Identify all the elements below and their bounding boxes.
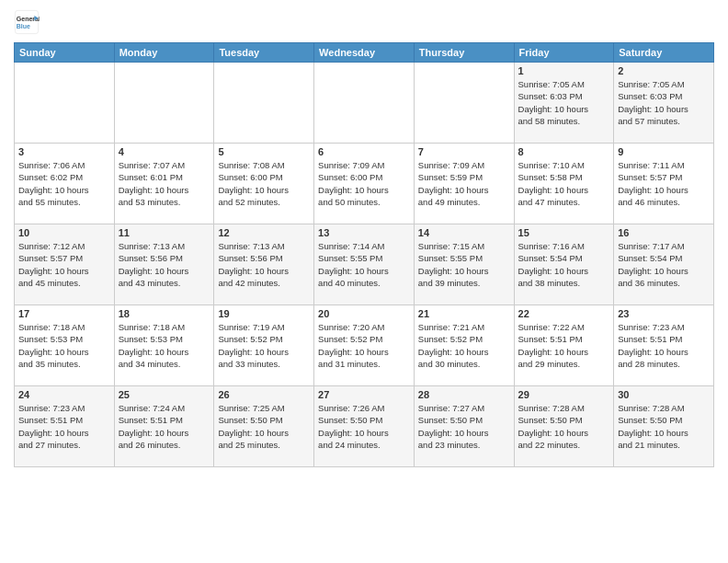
- day-number: 3: [18, 146, 110, 157]
- day-info: Daylight: 10 hours: [18, 427, 110, 439]
- day-info: Daylight: 10 hours: [618, 184, 710, 196]
- day-info: Daylight: 10 hours: [418, 427, 510, 439]
- day-info: Sunrise: 7:28 AM: [618, 402, 710, 414]
- day-info: Sunrise: 7:13 AM: [119, 240, 210, 252]
- day-number: 24: [18, 389, 110, 400]
- svg-rect-0: [15, 10, 38, 33]
- day-info: Sunset: 5:51 PM: [119, 414, 210, 426]
- day-number: 21: [418, 308, 510, 319]
- day-info: Sunrise: 7:19 AM: [218, 321, 310, 333]
- day-info: and 47 minutes.: [518, 196, 610, 208]
- day-info: Sunrise: 7:14 AM: [318, 240, 410, 252]
- day-info: Daylight: 10 hours: [318, 265, 410, 277]
- calendar-cell: 2Sunrise: 7:05 AMSunset: 6:03 PMDaylight…: [614, 63, 714, 144]
- day-info: Daylight: 10 hours: [18, 184, 110, 196]
- day-info: Sunrise: 7:22 AM: [518, 321, 610, 333]
- page-container: General Blue SundayMondayTuesdayWednesda…: [0, 0, 728, 477]
- day-info: Daylight: 10 hours: [318, 184, 410, 196]
- day-number: 16: [618, 227, 710, 238]
- day-info: Daylight: 10 hours: [418, 184, 510, 196]
- day-info: Sunset: 5:50 PM: [518, 414, 610, 426]
- day-info: Sunrise: 7:24 AM: [119, 402, 210, 414]
- day-info: and 36 minutes.: [618, 277, 710, 289]
- day-info: Sunrise: 7:18 AM: [18, 321, 110, 333]
- day-info: Daylight: 10 hours: [618, 346, 710, 358]
- day-info: Daylight: 10 hours: [518, 184, 610, 196]
- calendar-cell: 24Sunrise: 7:23 AMSunset: 5:51 PMDayligh…: [15, 386, 115, 467]
- day-info: Sunrise: 7:07 AM: [119, 159, 210, 171]
- calendar-week-row: 24Sunrise: 7:23 AMSunset: 5:51 PMDayligh…: [15, 386, 714, 467]
- day-info: Daylight: 10 hours: [18, 346, 110, 358]
- calendar-cell: 15Sunrise: 7:16 AMSunset: 5:54 PMDayligh…: [514, 224, 614, 305]
- day-info: Sunrise: 7:28 AM: [518, 402, 610, 414]
- calendar-week-row: 10Sunrise: 7:12 AMSunset: 5:57 PMDayligh…: [15, 224, 714, 305]
- day-number: 8: [518, 146, 610, 157]
- calendar-cell: 11Sunrise: 7:13 AMSunset: 5:56 PMDayligh…: [114, 224, 214, 305]
- day-info: Sunrise: 7:05 AM: [518, 78, 610, 90]
- day-info: Sunset: 5:54 PM: [518, 252, 610, 264]
- day-number: 19: [218, 308, 310, 319]
- calendar-cell: 23Sunrise: 7:23 AMSunset: 5:51 PMDayligh…: [614, 305, 714, 386]
- day-info: Daylight: 10 hours: [318, 346, 410, 358]
- day-info: and 23 minutes.: [418, 439, 510, 451]
- day-info: Sunrise: 7:10 AM: [518, 159, 610, 171]
- day-info: Sunset: 6:01 PM: [119, 171, 210, 183]
- calendar-cell: 22Sunrise: 7:22 AMSunset: 5:51 PMDayligh…: [514, 305, 614, 386]
- day-info: Daylight: 10 hours: [618, 427, 710, 439]
- calendar-cell: 13Sunrise: 7:14 AMSunset: 5:55 PMDayligh…: [314, 224, 415, 305]
- day-info: Sunrise: 7:16 AM: [518, 240, 610, 252]
- day-number: 14: [418, 227, 510, 238]
- day-info: Sunrise: 7:09 AM: [318, 159, 410, 171]
- calendar-cell: 30Sunrise: 7:28 AMSunset: 5:50 PMDayligh…: [614, 386, 714, 467]
- day-info: and 49 minutes.: [418, 196, 510, 208]
- day-info: and 50 minutes.: [318, 196, 410, 208]
- day-info: and 22 minutes.: [518, 439, 610, 451]
- calendar-cell: [15, 63, 115, 144]
- day-info: and 31 minutes.: [318, 358, 410, 370]
- day-info: Daylight: 10 hours: [218, 265, 310, 277]
- day-info: and 57 minutes.: [618, 115, 710, 127]
- logo-icon: General Blue: [14, 9, 40, 35]
- day-info: Daylight: 10 hours: [318, 427, 410, 439]
- calendar-cell: 3Sunrise: 7:06 AMSunset: 6:02 PMDaylight…: [15, 144, 115, 224]
- calendar-cell: 16Sunrise: 7:17 AMSunset: 5:54 PMDayligh…: [614, 224, 714, 305]
- calendar-cell: 21Sunrise: 7:21 AMSunset: 5:52 PMDayligh…: [414, 305, 514, 386]
- calendar-week-row: 1Sunrise: 7:05 AMSunset: 6:03 PMDaylight…: [15, 63, 714, 144]
- calendar-table: SundayMondayTuesdayWednesdayThursdayFrid…: [14, 42, 714, 467]
- day-info: Sunset: 6:00 PM: [218, 171, 310, 183]
- day-number: 27: [318, 389, 410, 400]
- calendar-cell: 9Sunrise: 7:11 AMSunset: 5:57 PMDaylight…: [614, 144, 714, 224]
- day-number: 9: [618, 146, 710, 157]
- calendar-cell: [114, 63, 214, 144]
- day-info: Daylight: 10 hours: [119, 427, 210, 439]
- day-number: 6: [318, 146, 410, 157]
- day-number: 2: [618, 65, 710, 76]
- day-info: Sunset: 5:51 PM: [18, 414, 110, 426]
- day-info: and 29 minutes.: [518, 358, 610, 370]
- calendar-day-header: Sunday: [15, 43, 115, 63]
- day-info: and 21 minutes.: [618, 439, 710, 451]
- calendar-cell: 18Sunrise: 7:18 AMSunset: 5:53 PMDayligh…: [114, 305, 214, 386]
- day-info: Sunset: 6:03 PM: [518, 90, 610, 102]
- day-info: Daylight: 10 hours: [418, 265, 510, 277]
- day-info: Sunrise: 7:21 AM: [418, 321, 510, 333]
- day-info: Sunset: 5:56 PM: [119, 252, 210, 264]
- day-number: 7: [418, 146, 510, 157]
- day-number: 18: [119, 308, 210, 319]
- calendar-cell: 26Sunrise: 7:25 AMSunset: 5:50 PMDayligh…: [214, 386, 314, 467]
- calendar-cell: 4Sunrise: 7:07 AMSunset: 6:01 PMDaylight…: [114, 144, 214, 224]
- calendar-cell: 17Sunrise: 7:18 AMSunset: 5:53 PMDayligh…: [15, 305, 115, 386]
- calendar-cell: 8Sunrise: 7:10 AMSunset: 5:58 PMDaylight…: [514, 144, 614, 224]
- day-info: Sunset: 5:59 PM: [418, 171, 510, 183]
- day-info: Sunrise: 7:26 AM: [318, 402, 410, 414]
- day-number: 17: [18, 308, 110, 319]
- day-info: and 33 minutes.: [218, 358, 310, 370]
- day-info: Daylight: 10 hours: [618, 265, 710, 277]
- calendar-week-row: 3Sunrise: 7:06 AMSunset: 6:02 PMDaylight…: [15, 144, 714, 224]
- day-number: 4: [119, 146, 210, 157]
- calendar-header-row: SundayMondayTuesdayWednesdayThursdayFrid…: [15, 43, 714, 63]
- day-info: Daylight: 10 hours: [218, 427, 310, 439]
- day-info: Sunset: 5:52 PM: [418, 333, 510, 345]
- calendar-day-header: Wednesday: [314, 43, 415, 63]
- day-info: and 28 minutes.: [618, 358, 710, 370]
